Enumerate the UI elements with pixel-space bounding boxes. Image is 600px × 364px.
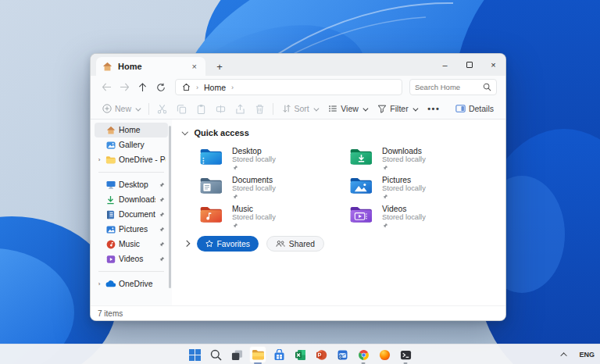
outlook-button[interactable]: [334, 346, 351, 363]
sidebar-item-onedrive[interactable]: › OneDrive: [95, 277, 168, 291]
tile-status: Stored locally: [382, 213, 426, 222]
forward-button[interactable]: [116, 78, 134, 96]
terminal-button[interactable]: [397, 346, 414, 363]
toolbar-divider: [148, 103, 149, 115]
pictures-icon: [105, 224, 116, 234]
tile-name: Videos: [382, 205, 426, 213]
breadcrumb-home-icon: [182, 83, 191, 91]
taskbar-file-explorer-button[interactable]: [249, 346, 266, 363]
chevron-right-icon[interactable]: [184, 241, 190, 247]
navigation-bar: › Home ›: [91, 76, 505, 98]
microsoft-store-button[interactable]: [270, 346, 288, 363]
microsoft-store-icon: [273, 349, 285, 361]
sidebar-item-documents[interactable]: Documents: [95, 207, 168, 222]
chevron-down-icon: [412, 105, 417, 110]
window-controls: – ×: [433, 54, 505, 76]
downloads-folder-icon: [349, 147, 373, 166]
filter-label: Filter: [390, 104, 408, 113]
view-button[interactable]: View: [323, 100, 372, 117]
navigation-pane: Home Gallery › OneDrive - Personal: [91, 120, 172, 305]
powerpoint-button[interactable]: [312, 346, 330, 363]
tile-music[interactable]: Music Stored locally: [199, 205, 349, 225]
home-icon: [105, 125, 116, 135]
outlook-icon: [337, 349, 348, 361]
tile-downloads[interactable]: Downloads Stored locally: [349, 147, 499, 167]
tile-documents[interactable]: Documents Stored locally: [199, 176, 349, 196]
copy-button[interactable]: [172, 100, 191, 117]
sidebar-scrollbar[interactable]: [169, 126, 171, 288]
chevron-down-icon[interactable]: [182, 129, 188, 135]
new-tab-button[interactable]: +: [210, 57, 229, 76]
share-button[interactable]: [230, 100, 250, 117]
maximize-button[interactable]: [457, 54, 481, 76]
minimize-button[interactable]: –: [433, 54, 457, 76]
sort-button[interactable]: Sort: [277, 100, 323, 117]
back-icon: [102, 83, 112, 91]
videos-icon: [105, 254, 116, 264]
excel-button[interactable]: [291, 346, 309, 363]
language-indicator[interactable]: ENG: [579, 351, 595, 359]
delete-button[interactable]: [250, 100, 270, 117]
task-view-icon: [231, 349, 243, 361]
sidebar-item-label: Music: [119, 240, 155, 248]
pin-icon: [159, 227, 166, 233]
music-folder-icon: [199, 205, 223, 224]
quick-access-section-header[interactable]: Quick access: [183, 124, 505, 141]
details-button[interactable]: Details: [450, 100, 499, 117]
start-button[interactable]: [186, 346, 203, 363]
sidebar-item-label: OneDrive - Personal: [119, 155, 166, 164]
sidebar-item-home[interactable]: Home: [95, 123, 168, 137]
sidebar-item-music[interactable]: Music: [95, 237, 168, 252]
sidebar-item-desktop[interactable]: Desktop: [95, 177, 168, 192]
pin-icon: [232, 165, 276, 171]
firefox-button[interactable]: [376, 346, 393, 363]
task-view-button[interactable]: [228, 346, 245, 363]
tile-name: Pictures: [382, 176, 426, 184]
sidebar-item-pictures[interactable]: Pictures: [95, 222, 168, 237]
new-button[interactable]: New: [97, 100, 145, 117]
maximize-icon: [466, 62, 473, 68]
back-button[interactable]: [98, 78, 116, 96]
tile-pictures[interactable]: Pictures Stored locally: [349, 176, 499, 196]
address-bar[interactable]: › Home ›: [175, 79, 402, 95]
tab-home[interactable]: Home ×: [96, 57, 205, 76]
tray-expand-chevron-icon[interactable]: [561, 352, 567, 359]
sidebar-item-videos[interactable]: Videos: [95, 252, 168, 266]
tile-name: Documents: [232, 176, 276, 184]
search-input[interactable]: [415, 83, 483, 91]
breadcrumb-separator[interactable]: ›: [231, 84, 234, 91]
chevron-right-icon[interactable]: ›: [96, 156, 102, 163]
refresh-button[interactable]: [152, 78, 170, 96]
favorites-pill[interactable]: Favorites: [197, 236, 259, 252]
music-icon: [105, 239, 116, 249]
paste-icon: [196, 104, 206, 114]
documents-folder-icon: [199, 176, 223, 195]
pin-icon: [159, 256, 166, 262]
chevron-right-icon[interactable]: ›: [96, 280, 102, 287]
search-icon: [483, 83, 491, 91]
see-more-button[interactable]: •••: [422, 100, 445, 117]
breadcrumb[interactable]: Home: [204, 83, 226, 92]
shared-pill[interactable]: Shared: [266, 236, 324, 252]
sidebar-item-downloads[interactable]: Downloads: [95, 192, 168, 207]
tile-desktop[interactable]: Desktop Stored locally: [199, 147, 349, 167]
up-icon: [138, 83, 147, 92]
close-button[interactable]: ×: [481, 54, 505, 76]
cut-button[interactable]: [152, 100, 172, 117]
up-button[interactable]: [134, 78, 152, 96]
sidebar-item-label: Gallery: [119, 141, 166, 149]
tile-name: Music: [232, 205, 276, 213]
filter-button[interactable]: Filter: [372, 100, 422, 117]
tile-status: Stored locally: [232, 155, 276, 164]
chrome-button[interactable]: [355, 346, 372, 363]
sidebar-item-gallery[interactable]: Gallery: [95, 137, 168, 152]
sidebar-item-onedrive-personal[interactable]: › OneDrive - Personal: [95, 152, 168, 167]
tile-videos[interactable]: Videos Stored locally: [349, 205, 499, 225]
tab-close-icon[interactable]: ×: [190, 62, 199, 72]
pin-icon: [159, 241, 166, 248]
paste-button[interactable]: [191, 100, 211, 117]
search-box[interactable]: [409, 79, 497, 95]
taskbar-search-button[interactable]: [207, 346, 224, 363]
rename-button[interactable]: [211, 100, 230, 117]
filter-funnel-icon: [377, 104, 387, 113]
